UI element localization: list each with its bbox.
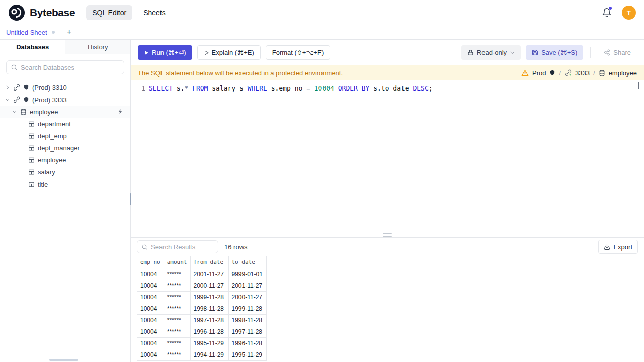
database-name[interactable]: employee — [609, 69, 637, 77]
results-table-wrap: emp_noamountfrom_dateto_date 10004******… — [131, 256, 644, 362]
save-button[interactable]: Save (⌘+S) — [526, 45, 583, 60]
table-cell[interactable]: 1999-11-28 — [190, 292, 228, 303]
tree-item-label: dept_emp — [38, 132, 67, 140]
run-button[interactable]: Run (⌘+⏎) — [138, 45, 192, 60]
share-button[interactable]: Share — [598, 45, 637, 60]
sheet-tab-untitled[interactable]: Untitled Sheet — [0, 25, 61, 39]
readonly-mode-button[interactable]: Read-only — [461, 45, 521, 60]
sidebar-horizontal-scrollbar[interactable] — [49, 359, 78, 361]
tree-item-label: employee — [38, 156, 66, 164]
table-cell[interactable]: ****** — [164, 349, 190, 361]
tree-item-prod-3333[interactable]: (Prod) 3333 — [0, 94, 130, 106]
results-search[interactable] — [137, 240, 218, 253]
lock-icon — [467, 49, 474, 56]
table-cell[interactable]: 10004 — [137, 315, 164, 326]
table-cell[interactable]: 10004 — [137, 326, 164, 338]
brand-title: Bytebase — [30, 7, 75, 19]
sql-code-line[interactable]: SELECT s.* FROM salary s WHERE s.emp_no … — [149, 83, 433, 237]
table-cell[interactable]: 2000-11-27 — [190, 280, 228, 292]
notifications-bell-icon[interactable] — [602, 8, 612, 18]
database-icon — [20, 109, 27, 115]
download-icon — [604, 244, 610, 250]
table-cell[interactable]: ****** — [164, 292, 190, 303]
add-sheet-button[interactable]: + — [61, 25, 77, 39]
table-cell[interactable]: 1997-11-28 — [228, 326, 266, 338]
instance-icon — [13, 96, 20, 103]
table-cell[interactable]: 10004 — [137, 280, 164, 292]
sql-token: SELECT — [149, 84, 173, 92]
panel-resize-grip[interactable] — [383, 233, 392, 237]
column-header-amount[interactable]: amount — [164, 256, 190, 268]
tree-item-dept-manager[interactable]: dept_manager — [0, 142, 130, 154]
sql-token — [358, 84, 362, 92]
table-cell[interactable]: ****** — [164, 326, 190, 338]
table-cell[interactable]: 1998-11-28 — [190, 303, 228, 315]
tab-history[interactable]: History — [65, 40, 131, 54]
column-header-from_date[interactable]: from_date — [190, 256, 228, 268]
tree-item-label: title — [38, 180, 48, 188]
tree-item-title[interactable]: title — [0, 178, 130, 190]
table-header-row: emp_noamountfrom_dateto_date — [137, 256, 267, 268]
format-button[interactable]: Format (⇧+⌥+F) — [266, 45, 330, 60]
sql-editor[interactable]: 1 SELECT s.* FROM salary s WHERE s.emp_n… — [131, 80, 644, 237]
line-number: 1 — [131, 83, 149, 237]
table-icon — [28, 157, 35, 163]
content: Databases History (Prod) 3310(Prod) 3333… — [0, 40, 644, 362]
tree-item-prod-3310[interactable]: (Prod) 3310 — [0, 81, 130, 94]
table-cell[interactable]: ****** — [164, 338, 190, 349]
table-cell[interactable]: ****** — [164, 280, 190, 292]
user-avatar[interactable]: T — [622, 6, 636, 20]
results-panel: 16 rows Export emp_noamountfrom_dateto_d… — [131, 237, 644, 362]
table-cell[interactable]: 2001-11-27 — [228, 280, 266, 292]
connection-status-icon — [565, 69, 572, 76]
table-cell[interactable]: ****** — [164, 303, 190, 315]
table-row: 10004******2001-11-279999-01-01 — [137, 268, 267, 280]
table-cell[interactable]: 9999-01-01 — [228, 268, 266, 280]
table-cell[interactable]: 2000-11-27 — [228, 292, 266, 303]
table-cell[interactable]: ****** — [164, 268, 190, 280]
table-cell[interactable]: 10004 — [137, 303, 164, 315]
table-cell[interactable]: 1997-11-28 — [190, 315, 228, 326]
toolbar-divider — [590, 47, 591, 58]
tree-item-employee[interactable]: employee — [0, 106, 130, 118]
column-header-to_date[interactable]: to_date — [228, 256, 266, 268]
table-cell[interactable]: 10004 — [137, 292, 164, 303]
table-cell[interactable]: 1995-11-29 — [228, 349, 266, 361]
column-header-emp_no[interactable]: emp_no — [137, 256, 164, 268]
nav-sheets[interactable]: Sheets — [137, 5, 172, 20]
bytebase-logo[interactable]: Bytebase — [8, 4, 75, 21]
database-search[interactable] — [6, 60, 124, 74]
format-schema-icon[interactable] — [117, 109, 123, 115]
table-cell[interactable]: 1999-11-28 — [228, 303, 266, 315]
results-search-input[interactable] — [151, 243, 214, 251]
top-nav: SQL Editor Sheets — [86, 5, 172, 20]
warning-icon — [521, 69, 529, 77]
export-button[interactable]: Export — [598, 240, 638, 254]
tree-item-department[interactable]: department — [0, 118, 130, 130]
table-cell[interactable]: 10004 — [137, 349, 164, 361]
table-cell[interactable]: 2001-11-27 — [190, 268, 228, 280]
table-cell[interactable]: ****** — [164, 315, 190, 326]
tree-item-employee[interactable]: employee — [0, 154, 130, 166]
protected-environment-banner: The SQL statement below will be executed… — [131, 65, 644, 80]
table-cell[interactable]: 1994-11-29 — [190, 349, 228, 361]
table-cell[interactable]: 1995-11-29 — [190, 338, 228, 349]
sidebar-resize-handle[interactable] — [130, 193, 131, 205]
table-cell[interactable]: 10004 — [137, 268, 164, 280]
table-cell[interactable]: 1998-11-28 — [228, 315, 266, 326]
table-cell[interactable]: 1996-11-28 — [228, 338, 266, 349]
explain-button[interactable]: Explain (⌘+E) — [197, 45, 261, 60]
tab-databases[interactable]: Databases — [0, 40, 65, 54]
instance-name[interactable]: 3333 — [575, 69, 590, 77]
chevron-down-icon — [5, 97, 10, 102]
tree-item-label: (Prod) 3310 — [32, 84, 67, 92]
database-search-input[interactable] — [21, 64, 120, 71]
nav-sql-editor[interactable]: SQL Editor — [86, 5, 132, 20]
shield-icon — [23, 97, 29, 103]
sql-token — [334, 84, 338, 92]
table-cell[interactable]: 1996-11-28 — [190, 326, 228, 338]
tree-item-salary[interactable]: salary — [0, 166, 130, 178]
table-cell[interactable]: 10004 — [137, 338, 164, 349]
tree-item-label: dept_manager — [38, 144, 80, 152]
tree-item-dept-emp[interactable]: dept_emp — [0, 130, 130, 142]
